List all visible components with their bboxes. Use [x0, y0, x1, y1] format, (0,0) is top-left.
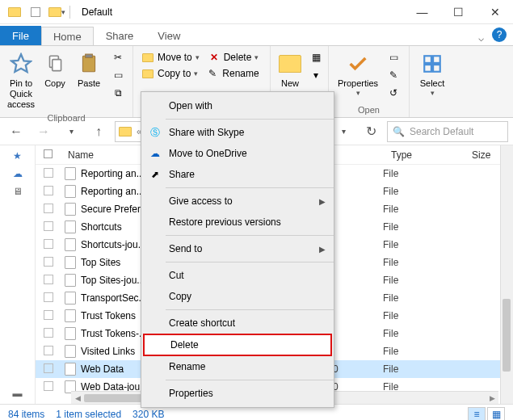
item-icon: ▦ — [309, 51, 322, 64]
easy-access-small[interactable]: ▾ — [306, 67, 326, 83]
delete-x-icon: ✕ — [208, 51, 221, 64]
folder-icon[interactable] — [5, 3, 24, 21]
row-checkbox[interactable] — [44, 275, 53, 284]
file-name: Shortcuts-jou... — [81, 239, 146, 250]
ribbon-tabs: File Home Share View ⌵ ? — [0, 24, 513, 45]
row-checkbox[interactable] — [44, 328, 53, 338]
thispc-sidebar-icon[interactable]: 🖥 — [13, 186, 23, 197]
ctx-send-to[interactable]: Send to▶ — [141, 238, 334, 259]
select-all-checkbox[interactable] — [44, 149, 53, 158]
row-checkbox[interactable] — [44, 310, 53, 320]
new-button[interactable]: New — [275, 49, 305, 90]
select-button[interactable]: Select ▾ — [414, 49, 450, 99]
ctx-skype[interactable]: ⓈShare with Skype — [141, 122, 334, 143]
pin-quick-button[interactable]: Pin to Quick access — [5, 49, 37, 112]
row-checkbox[interactable] — [44, 381, 53, 391]
row-checkbox[interactable] — [44, 239, 53, 249]
move-to-button[interactable]: Move to▾ — [138, 49, 203, 65]
ctx-rename[interactable]: Rename — [141, 356, 334, 377]
cut-small-button[interactable]: ✂ — [108, 49, 128, 65]
svg-rect-4 — [424, 56, 431, 63]
paste-icon — [76, 51, 102, 77]
open-small-button[interactable]: ▭ — [384, 49, 403, 65]
rename-button[interactable]: ✎Rename — [203, 65, 262, 82]
quick-access-toggle[interactable] — [26, 3, 45, 21]
col-type[interactable]: Type — [383, 149, 464, 161]
context-menu: Open with ⓈShare with Skype ☁Move to One… — [141, 91, 334, 408]
copy-to-button[interactable]: Copy to▾ — [138, 65, 201, 82]
tab-home[interactable]: Home — [41, 27, 94, 46]
properties-button[interactable]: Properties ▾ — [334, 49, 382, 99]
details-view-button[interactable]: ≡ — [468, 407, 486, 421]
path-folder-icon — [119, 127, 132, 136]
tab-share[interactable]: Share — [94, 26, 146, 45]
file-type: File — [383, 292, 464, 304]
ctx-open-with[interactable]: Open with — [141, 95, 334, 116]
row-checkbox[interactable] — [44, 186, 53, 195]
ctx-cut[interactable]: Cut — [141, 265, 334, 286]
drive-sidebar-icon[interactable]: ▬ — [13, 388, 23, 399]
quick-star-icon[interactable]: ★ — [13, 150, 22, 162]
search-icon: 🔍 — [393, 126, 405, 137]
ctx-delete[interactable]: Delete — [143, 334, 332, 356]
row-checkbox[interactable] — [44, 292, 53, 302]
ctx-copy[interactable]: Copy — [141, 286, 334, 307]
access-icon: ▾ — [309, 69, 322, 82]
up-button[interactable]: ↑ — [87, 121, 110, 142]
ctx-properties[interactable]: Properties — [141, 383, 334, 404]
minimize-button[interactable]: — — [404, 0, 440, 24]
file-name: Top Sites — [81, 257, 120, 268]
edit-small-button[interactable]: ✎ — [384, 67, 403, 83]
row-checkbox[interactable] — [44, 221, 53, 231]
check-icon — [345, 51, 371, 77]
ribbon-collapse[interactable]: ⌵ — [473, 31, 489, 45]
file-type: File — [383, 328, 464, 339]
vertical-scrollbar[interactable] — [500, 145, 513, 404]
file-icon — [65, 185, 76, 198]
back-button[interactable]: ← — [5, 121, 27, 142]
svg-rect-3 — [86, 54, 93, 57]
file-name: Secure Prefer... — [81, 204, 148, 215]
paste-shortcut-small-button[interactable]: ⧉ — [108, 85, 128, 101]
ctx-share[interactable]: ⬈Share — [141, 164, 334, 185]
file-type: File — [383, 168, 464, 179]
copy-path-small-button[interactable]: ▭ — [108, 67, 128, 83]
quick-access-dropdown[interactable]: ▾ — [47, 3, 66, 21]
help-button[interactable]: ? — [492, 27, 507, 42]
file-type: File — [383, 239, 464, 250]
rename-icon: ✎ — [206, 67, 219, 80]
row-checkbox[interactable] — [44, 204, 53, 213]
row-checkbox[interactable] — [44, 363, 53, 373]
new-item-small[interactable]: ▦ — [306, 49, 326, 65]
history-small-button[interactable]: ↺ — [384, 85, 403, 101]
row-checkbox[interactable] — [44, 346, 53, 355]
paste-button[interactable]: Paste — [73, 49, 105, 90]
ctx-onedrive[interactable]: ☁Move to OneDrive — [141, 143, 334, 164]
tab-view[interactable]: View — [145, 26, 192, 45]
recent-dropdown[interactable]: ▾ — [60, 121, 82, 142]
history-icon: ↺ — [387, 86, 400, 99]
row-checkbox[interactable] — [44, 168, 53, 178]
icons-view-button[interactable]: ▦ — [487, 407, 505, 421]
tab-file[interactable]: File — [0, 26, 41, 45]
ctx-restore[interactable]: Restore previous versions — [141, 212, 334, 233]
ribbon-delete-button[interactable]: ✕Delete▾ — [204, 49, 263, 65]
search-input[interactable]: 🔍 Search Default — [387, 121, 508, 142]
file-name: Top Sites-jou... — [81, 275, 145, 286]
refresh-button[interactable]: ↻ — [360, 121, 382, 142]
status-size: 320 KB — [132, 409, 164, 420]
ctx-give-access[interactable]: Give access to▶ — [141, 191, 334, 212]
svg-rect-1 — [53, 60, 61, 71]
file-icon — [65, 256, 76, 269]
copy-button[interactable]: Copy — [39, 49, 71, 90]
maximize-button[interactable]: ☐ — [440, 0, 477, 24]
row-checkbox[interactable] — [44, 257, 53, 267]
forward-button[interactable]: → — [32, 121, 55, 142]
file-name: Visited Links — [81, 346, 135, 357]
ctx-create-shortcut[interactable]: Create shortcut — [141, 313, 334, 334]
refresh-dropdown[interactable]: ▾ — [332, 121, 355, 142]
onedrive-sidebar-icon[interactable]: ☁ — [13, 168, 23, 179]
window-title: Default — [77, 6, 404, 18]
sidebar[interactable]: ★ ☁ 🖥 ▬ — [0, 145, 36, 404]
close-button[interactable]: ✕ — [477, 0, 513, 24]
